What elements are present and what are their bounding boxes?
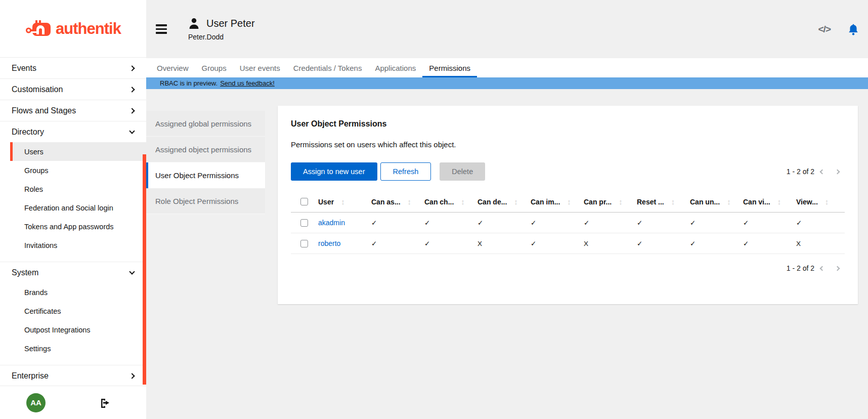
permission-subtabs: Assigned global permissions Assigned obj… (146, 111, 265, 214)
pagination-prev-button[interactable] (814, 165, 830, 178)
tab-overview[interactable]: Overview (150, 58, 195, 77)
sidebar-scrollbar[interactable] (143, 154, 146, 385)
sidebar-item-directory[interactable]: Directory (0, 121, 146, 142)
sidebar-item-label: Users (24, 148, 44, 156)
chevron-right-icon (129, 87, 135, 92)
brand-logo[interactable]: authentik (0, 0, 146, 57)
feedback-link[interactable]: Send us feedback! (220, 79, 275, 87)
card-description: Permissions set on users which affect th… (291, 140, 845, 149)
perm-value: ✓ (524, 239, 577, 247)
sidebar: authentik Events Customisation Flows and… (0, 0, 146, 419)
tab-permissions[interactable]: Permissions (422, 58, 477, 77)
table-toolbar: Assign to new user Refresh Delete 1 - 2 … (291, 162, 845, 181)
tab-groups[interactable]: Groups (195, 58, 233, 77)
tab-label: Groups (202, 64, 227, 72)
perm-value: ✓ (524, 219, 577, 227)
column-header: Can as... (371, 198, 401, 206)
sort-icon[interactable]: ↕ (514, 197, 518, 206)
page-header: User Peter Peter.Dodd </> (146, 0, 868, 58)
sidebar-item-events[interactable]: Events (0, 58, 146, 78)
sign-out-icon[interactable] (100, 397, 111, 408)
perm-value: ✓ (630, 219, 683, 227)
column-header: Can un... (690, 198, 720, 206)
app-window: authentik Events Customisation Flows and… (0, 0, 868, 419)
pagination-range: 1 - 2 of 2 (787, 167, 814, 176)
sidebar-item-settings[interactable]: Settings (0, 339, 146, 358)
sidebar-item-system[interactable]: System (0, 262, 146, 283)
select-all-checkbox[interactable] (300, 198, 308, 205)
subtab-assigned-object-permissions[interactable]: Assigned object permissions (146, 137, 265, 162)
user-link[interactable]: roberto (318, 239, 340, 247)
sort-icon[interactable]: ↕ (825, 197, 829, 206)
api-code-icon[interactable]: </> (818, 24, 831, 35)
row-checkbox[interactable] (300, 240, 308, 247)
delete-button[interactable]: Delete (440, 162, 485, 181)
sort-icon[interactable]: ↕ (777, 197, 782, 206)
sidebar-item-label: Settings (24, 345, 51, 353)
column-header: Can ch... (424, 198, 454, 206)
sidebar-item-roles[interactable]: Roles (0, 180, 146, 198)
sidebar-item-customisation[interactable]: Customisation (0, 79, 146, 100)
chevron-left-icon (819, 169, 824, 174)
avatar[interactable]: AA (26, 393, 46, 412)
tab-credentials-tokens[interactable]: Credentials / Tokens (287, 58, 369, 77)
tab-label: Overview (157, 64, 189, 72)
pagination-next-button[interactable] (830, 262, 845, 274)
sidebar-item-certificates[interactable]: Certificates (0, 302, 146, 320)
sort-icon[interactable]: ↕ (461, 197, 465, 206)
sort-icon[interactable]: ↕ (341, 197, 345, 206)
sidebar-item-enterprise[interactable]: Enterprise (0, 365, 146, 386)
perm-value: ✓ (364, 239, 417, 247)
subtab-label: Assigned global permissions (155, 119, 251, 128)
subtab-user-object-permissions[interactable]: User Object Permissions (146, 162, 265, 188)
chevron-right-icon (129, 65, 135, 71)
assign-to-new-user-button[interactable]: Assign to new user (291, 162, 377, 181)
sort-icon[interactable]: ↕ (727, 197, 731, 206)
subtab-role-object-permissions[interactable]: Role Object Permissions (146, 188, 265, 214)
perm-value: ✓ (417, 239, 470, 247)
refresh-button[interactable]: Refresh (380, 162, 431, 181)
hamburger-menu-icon[interactable] (156, 22, 167, 36)
sort-icon[interactable]: ↕ (567, 197, 571, 206)
perm-value: ✓ (789, 219, 842, 227)
user-link[interactable]: akadmin (318, 219, 345, 227)
sidebar-item-invitations[interactable]: Invitations (0, 236, 146, 255)
sort-icon[interactable]: ↕ (408, 197, 412, 206)
tab-applications[interactable]: Applications (368, 58, 422, 77)
perm-value: ✓ (364, 219, 417, 227)
subtab-assigned-global-permissions[interactable]: Assigned global permissions (146, 111, 265, 137)
notifications-bell-icon[interactable] (848, 23, 859, 35)
sort-icon[interactable]: ↕ (619, 197, 623, 206)
chevron-left-icon (819, 266, 824, 271)
sidebar-item-label: Directory (12, 128, 44, 137)
table-row: roberto ✓ ✓ X ✓ X ✓ ✓ ✓ X (291, 233, 845, 254)
sidebar-item-brands[interactable]: Brands (0, 283, 146, 302)
chevron-down-icon (129, 269, 135, 274)
tab-label: Permissions (429, 64, 470, 72)
row-checkbox[interactable] (300, 219, 308, 227)
sidebar-item-groups[interactable]: Groups (0, 161, 146, 180)
sidebar-item-outpost-integrations[interactable]: Outpost Integrations (0, 320, 146, 339)
permissions-content: Assigned global permissions Assigned obj… (146, 89, 868, 419)
sidebar-item-users[interactable]: Users (10, 142, 146, 161)
column-header: Can im... (531, 198, 560, 206)
sort-icon[interactable]: ↕ (671, 197, 675, 206)
sidebar-item-federation[interactable]: Federation and Social login (0, 198, 146, 217)
column-header: View... (796, 198, 818, 206)
perm-value: ✓ (417, 219, 470, 227)
perm-value: X (789, 240, 842, 247)
sidebar-item-tokens[interactable]: Tokens and App passwords (0, 217, 146, 236)
pagination-prev-button[interactable] (814, 262, 830, 274)
sidebar-item-flows-and-stages[interactable]: Flows and Stages (0, 100, 146, 121)
subtab-label: User Object Permissions (155, 171, 239, 180)
sidebar-item-label: Federation and Social login (24, 204, 113, 212)
sidebar-item-label: Invitations (24, 241, 57, 249)
sidebar-item-label: Certificates (24, 307, 61, 315)
sidebar-item-label: Outpost Integrations (24, 326, 91, 334)
page-title-block: User Peter Peter.Dodd (188, 18, 255, 41)
perm-value: ✓ (470, 219, 524, 227)
perm-value: ✓ (683, 239, 736, 247)
sidebar-item-label: Enterprise (12, 371, 49, 381)
pagination-next-button[interactable] (830, 165, 845, 178)
tab-user-events[interactable]: User events (233, 58, 287, 77)
